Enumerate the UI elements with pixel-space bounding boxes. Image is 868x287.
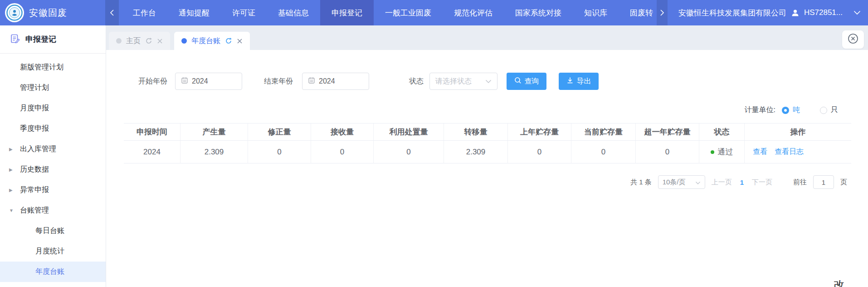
circled-close-icon [847,33,859,46]
radio-selected-icon [782,107,789,114]
start-year-input[interactable]: 2024 [175,73,242,90]
goto-page-input[interactable]: 1 [813,175,834,189]
unit-label: 计量单位: [745,105,775,115]
pagination: 共 1 条 10条/页 上一页 1 下一页 前往 1 页 [630,175,847,189]
nav-item-knowledge-base[interactable]: 知识库 [573,0,619,25]
sidebar-item-monthly-declaration[interactable]: 月度申报 [0,98,106,119]
sidebar-item-management-plan[interactable]: 管理计划 [0,78,106,98]
open-tabs: 主页 年度台账 [109,32,250,50]
tab-status-dot [116,38,122,44]
search-icon [514,77,522,86]
tab-strip: 主页 年度台账 [106,25,868,50]
nav-item-national-system[interactable]: 国家系统对接 [504,0,573,25]
table-header-row: 申报时间 产生量 修正量 接收量 利用处置量 转移量 上年贮存量 当前贮存量 超… [124,124,851,141]
nav-item-notifications[interactable]: 通知提醒 [167,0,221,25]
view-link[interactable]: 查看 [753,147,767,157]
start-year-label: 开始年份 [138,73,167,90]
goto-suffix: 页 [840,178,847,187]
search-button[interactable]: 查询 [507,73,546,90]
sidebar-item-daily-ledger[interactable]: 每日台账 [0,221,106,241]
end-year-label: 结束年份 [264,73,293,90]
sidebar-item-new-management-plan[interactable]: 新版管理计划 [0,57,106,78]
nav-item-standardization-assessment[interactable]: 规范化评估 [443,0,504,25]
navbar-right: 安徽恒生科技发展集团有限公司 HS72851... [674,0,868,25]
status-select[interactable]: 请选择状态 [429,73,497,90]
sidebar-item-inout-warehouse[interactable]: ▶出入库管理 [0,139,106,159]
primary-nav: 工作台 通知提醒 许可证 基础信息 申报登记 一般工业固废 规范化评估 国家系统… [122,0,657,25]
tab-annual-ledger[interactable]: 年度台账 [174,32,250,50]
nav-item-declaration[interactable]: 申报登记 [320,0,374,25]
user-icon [791,9,800,17]
close-panel-button[interactable] [842,30,864,49]
refresh-icon[interactable] [225,37,232,45]
refresh-icon[interactable] [145,37,152,45]
main-content: 开始年份 2024 结束年份 2024 状态 请选择状态 查询 导出 计量单位: [106,50,868,287]
unit-option-ton[interactable]: 吨 [782,105,800,115]
sidebar-collapse-button[interactable] [105,0,119,25]
sidebar-item-monthly-statistics[interactable]: 月度统计 [0,241,106,262]
annual-ledger-table: 申报时间 产生量 修正量 接收量 利用处置量 转移量 上年贮存量 当前贮存量 超… [124,123,851,163]
sidebar-item-abnormal-declaration[interactable]: ▶异常申报 [0,180,106,200]
unit-selector: 计量单位: 吨 只 [745,105,838,115]
page-size-select[interactable]: 10条/页 [658,175,705,189]
tab-home[interactable]: 主页 [109,32,170,50]
declaration-register-icon [10,34,20,45]
row-actions: 查看 查看日志 [745,141,851,163]
current-page[interactable]: 1 [738,178,746,186]
goto-label: 前往 [793,178,807,187]
view-log-link[interactable]: 查看日志 [775,147,804,157]
calendar-icon [308,77,315,86]
status-dot-icon [711,150,714,154]
calendar-icon [181,77,188,86]
sidebar: 申报登记 新版管理计划 管理计划 月度申报 季度申报 ▶出入库管理 ▶历史数据 … [0,25,106,287]
status-badge: 通过 [699,141,745,163]
user-menu-chevron-down-icon[interactable] [853,10,861,15]
close-tab-icon[interactable] [157,38,163,44]
nav-item-general-industrial-waste[interactable]: 一般工业固废 [374,0,443,25]
chevron-down-icon [485,77,492,85]
download-icon [566,77,574,86]
sidebar-title: 申报登记 [25,34,56,45]
chevron-down-icon [695,178,701,186]
sidebar-item-ledger-management[interactable]: ▼台账管理 [0,200,106,221]
sidebar-item-history-data[interactable]: ▶历史数据 [0,159,106,180]
start-year-value: 2024 [192,77,208,85]
table-row: 2024 2.309 0 0 0 2.309 0 0 0 通过 查看 查看日志 [124,141,851,163]
nav-item-workbench[interactable]: 工作台 [122,0,167,25]
unit-option-piece[interactable]: 只 [820,105,838,115]
expanded-arrow-icon: ▼ [9,208,14,213]
total-count: 共 1 条 [630,178,652,187]
nav-item-waste-transfer[interactable]: 固废转 [619,0,657,25]
sidebar-header: 申报登记 [0,25,106,54]
company-name: 安徽恒生科技发展集团有限公司 [678,8,786,18]
next-page-button[interactable]: 下一页 [752,178,772,187]
app-title: 安徽固废 [29,0,97,25]
username: HS72851... [804,8,843,17]
end-year-input[interactable]: 2024 [302,73,369,90]
app-logo [0,0,29,25]
status-placeholder: 请选择状态 [435,77,472,86]
sidebar-menu: 新版管理计划 管理计划 月度申报 季度申报 ▶出入库管理 ▶历史数据 ▶异常申报… [0,54,106,282]
collapsed-arrow-icon: ▶ [9,147,13,152]
tab-status-dot [181,38,187,44]
export-button[interactable]: 导出 [559,73,599,90]
prev-page-button[interactable]: 上一页 [712,178,732,187]
status-label: 状态 [409,73,424,90]
nav-item-license[interactable]: 许可证 [221,0,267,25]
top-navbar: 安徽固废 工作台 通知提醒 许可证 基础信息 申报登记 一般工业固废 规范化评估… [0,0,868,25]
sidebar-item-quarterly-declaration[interactable]: 季度申报 [0,119,106,139]
floating-widget-fragment[interactable]: 改 [834,278,844,287]
nav-item-basic-info[interactable]: 基础信息 [267,0,320,25]
collapsed-arrow-icon: ▶ [9,188,13,193]
radio-unselected-icon [820,107,827,114]
collapsed-arrow-icon: ▶ [9,167,13,172]
end-year-value: 2024 [319,77,335,85]
nav-scroll-right-button[interactable] [657,0,668,25]
close-tab-icon[interactable] [237,38,243,44]
sidebar-item-annual-ledger[interactable]: 年度台账 [0,262,106,282]
